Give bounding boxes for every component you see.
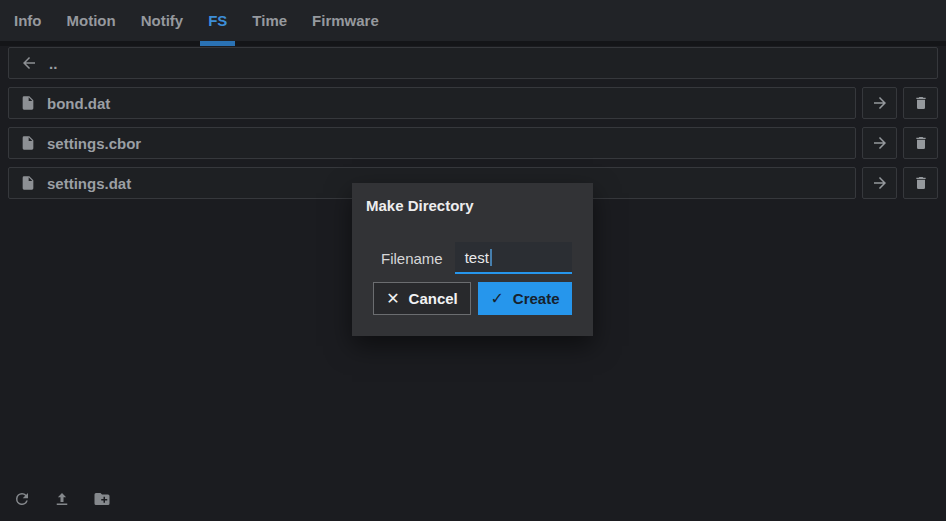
- text-caret: [490, 249, 492, 266]
- file-row[interactable]: settings.cbor: [8, 127, 856, 159]
- delete-file-button[interactable]: [903, 87, 938, 119]
- close-icon: ✕: [386, 289, 399, 308]
- make-directory-dialog: Make Directory Filename test ✕ Cancel ✓ …: [352, 183, 593, 336]
- parent-directory-label: ..: [49, 55, 57, 72]
- parent-directory-row[interactable]: ..: [8, 47, 938, 79]
- file-line: bond.dat: [8, 87, 938, 119]
- tab-fs[interactable]: FS: [208, 0, 227, 41]
- filename-input[interactable]: test: [455, 242, 572, 274]
- tab-motion[interactable]: Motion: [67, 0, 116, 41]
- arrow-right-icon: [871, 134, 889, 152]
- cancel-button[interactable]: ✕ Cancel: [373, 282, 471, 315]
- dialog-title: Make Directory: [366, 197, 579, 214]
- create-button[interactable]: ✓ Create: [478, 282, 572, 315]
- delete-file-button[interactable]: [903, 167, 938, 199]
- trash-icon: [913, 175, 929, 191]
- back-arrow-icon: [20, 54, 38, 72]
- file-row[interactable]: bond.dat: [8, 87, 856, 119]
- create-button-label: Create: [513, 290, 560, 307]
- refresh-button[interactable]: [13, 490, 31, 508]
- file-name: settings.cbor: [47, 135, 141, 152]
- dialog-button-row: ✕ Cancel ✓ Create: [366, 282, 579, 315]
- filename-label: Filename: [381, 250, 443, 267]
- new-folder-button[interactable]: [93, 490, 111, 508]
- new-folder-icon: [93, 490, 111, 508]
- filename-form-row: Filename test: [381, 242, 579, 274]
- tab-notify[interactable]: Notify: [141, 0, 184, 41]
- file-icon: [20, 95, 36, 111]
- top-tab-bar: Info Motion Notify FS Time Firmware: [0, 0, 946, 46]
- filename-input-value: test: [465, 249, 489, 266]
- refresh-icon: [13, 490, 31, 508]
- arrow-right-icon: [871, 94, 889, 112]
- open-file-button[interactable]: [862, 127, 897, 159]
- delete-file-button[interactable]: [903, 127, 938, 159]
- trash-icon: [913, 135, 929, 151]
- upload-icon: [53, 490, 71, 508]
- tab-time[interactable]: Time: [252, 0, 287, 41]
- upload-button[interactable]: [53, 490, 71, 508]
- check-icon: ✓: [490, 289, 503, 308]
- file-line: settings.cbor: [8, 127, 938, 159]
- file-name: bond.dat: [47, 95, 110, 112]
- cancel-button-label: Cancel: [409, 290, 458, 307]
- open-file-button[interactable]: [862, 87, 897, 119]
- file-list: .. bond.dat settings.cbor settings.dat: [0, 46, 946, 199]
- tab-firmware[interactable]: Firmware: [312, 0, 379, 41]
- trash-icon: [913, 95, 929, 111]
- open-file-button[interactable]: [862, 167, 897, 199]
- file-name: settings.dat: [47, 175, 131, 192]
- file-icon: [20, 135, 36, 151]
- bottom-toolbar: [13, 490, 111, 508]
- arrow-right-icon: [871, 174, 889, 192]
- file-icon: [20, 175, 36, 191]
- tab-info[interactable]: Info: [14, 0, 42, 41]
